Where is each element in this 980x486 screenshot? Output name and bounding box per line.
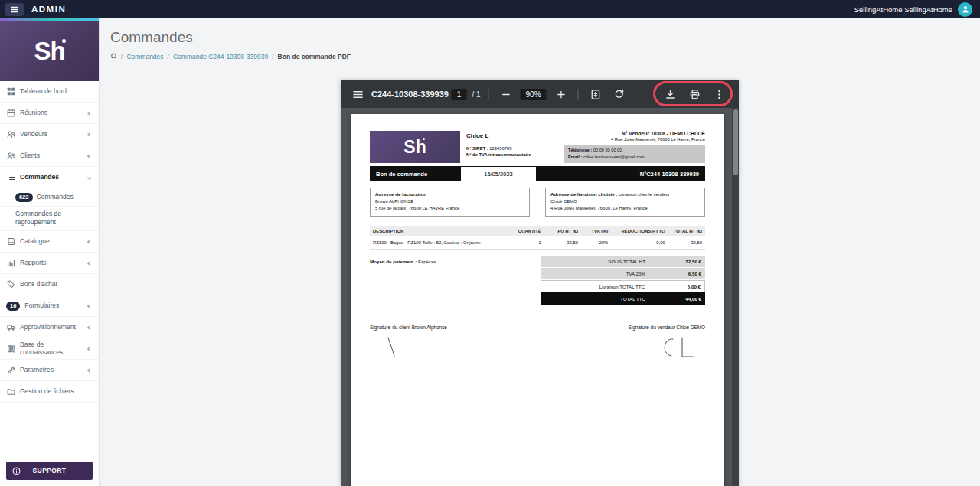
doc-type: Bon de commande xyxy=(370,166,460,181)
breadcrumb-separator: / xyxy=(121,53,122,60)
doc-number: N°C244-10308-339939 xyxy=(537,166,705,181)
support-button[interactable]: SUPPORT xyxy=(6,462,93,480)
page-number-input[interactable] xyxy=(451,89,466,100)
sidebar-item-clients[interactable]: Clients xyxy=(0,145,99,167)
sidebar-item-approvisionnement[interactable]: Approvisionnement xyxy=(0,317,99,338)
user-icon xyxy=(961,5,970,14)
item-row: RZ100 - Bague - RZ100 Taille : 52, Coule… xyxy=(370,236,705,250)
settings-wrench-icon xyxy=(6,366,15,375)
fit-page-icon xyxy=(590,89,601,100)
sidebar-item-commandes[interactable]: Commandes xyxy=(0,167,99,188)
pdf-menu-button[interactable] xyxy=(348,85,367,103)
orders-count-badge: 623 xyxy=(15,193,33,202)
home-icon[interactable] xyxy=(110,52,117,60)
main-content: Commandes / Commandes / Commande C244-10… xyxy=(100,18,980,486)
vendor-signature-label: Signature du vendeur Chloé DEMO xyxy=(628,325,705,330)
totals-table: SOUS-TOTAL HT32,50 € TVA 20%6,50 € Livra… xyxy=(541,256,705,305)
print-button[interactable] xyxy=(685,85,704,103)
sidebar-menu: Tableau de bord Réunions Vendeurs Client… xyxy=(0,81,99,455)
info-icon xyxy=(11,466,21,475)
page-title: Commandes xyxy=(110,29,980,46)
chevron-left-icon xyxy=(87,347,92,351)
rotate-icon xyxy=(613,89,625,100)
chevron-left-icon xyxy=(87,368,92,373)
sidebar-item-base-de-connaissances[interactable]: Base de connaissances xyxy=(0,338,99,360)
vendor-email: Email : chloe.lemineur+sah@gmail.com xyxy=(568,154,701,161)
sidebar-subitem-commandes[interactable]: 623 Commandes xyxy=(0,188,99,207)
invoice-logo: Sh xyxy=(370,131,460,163)
pdf-viewport[interactable]: Sh Chloe L N° SIRET : 123456789 N° de TV… xyxy=(341,108,739,486)
download-icon xyxy=(665,89,676,100)
shipping-name: Chloé DEMO xyxy=(550,198,700,205)
forms-count-badge: 16 xyxy=(6,302,20,311)
sidebar-item-vendeurs[interactable]: Vendeurs xyxy=(0,124,99,145)
seller-name: Chloe L xyxy=(466,132,560,139)
chevron-down-icon xyxy=(87,175,92,180)
subtotal-row: SOUS-TOTAL HT32,50 € xyxy=(541,256,705,268)
catalog-book-icon xyxy=(6,237,15,246)
hamburger-icon xyxy=(11,6,19,13)
sidebar-item-rapports[interactable]: Rapports xyxy=(0,253,99,274)
col-reductions: RÉDUCTIONS HT (€) xyxy=(611,226,668,236)
shipping-address: 4 Rue Jules Massenet, 76600, Le Havre, F… xyxy=(550,205,700,212)
pdf-scrollbar-thumb[interactable] xyxy=(733,109,738,175)
payment-method: Moyen de paiement : Espèces xyxy=(370,259,436,305)
zoom-in-button[interactable] xyxy=(552,85,570,103)
more-options-button[interactable] xyxy=(710,85,728,103)
chevron-left-icon xyxy=(87,132,92,137)
rotate-button[interactable] xyxy=(610,85,629,103)
seller-tva: N° de TVA intracommunautaire xyxy=(466,152,560,157)
sidebar-item-bons-achat[interactable]: Bons d'achat xyxy=(0,274,99,295)
billing-title: Adresse de facturation xyxy=(375,191,524,198)
download-button[interactable] xyxy=(661,85,679,103)
dashboard-icon xyxy=(6,87,15,96)
sidebar-toggle-button[interactable] xyxy=(5,3,24,16)
client-signature-label: Signature du client Brown Alphonse xyxy=(370,325,447,330)
sidebar: Sh Tableau de bord Réunions Vendeurs Cli… xyxy=(0,18,100,486)
client-signature-stroke xyxy=(385,336,399,357)
billing-address-box: Adresse de facturation Brown ALPHONSE 5 … xyxy=(370,188,530,217)
items-table: DESCRIPTION QUANTITÉ PU HT (€) TVA (%) R… xyxy=(370,226,705,250)
doc-date: 15/05/2023 xyxy=(460,166,537,181)
reports-chart-icon xyxy=(6,259,15,268)
sidebar-item-parametres[interactable]: Paramètres xyxy=(0,360,99,381)
sidebar-item-tableau-de-bord[interactable]: Tableau de bord xyxy=(0,81,99,103)
sidebar-item-formulaires[interactable]: 16 Formulaires xyxy=(0,295,99,317)
sidebar-item-label: Gestion de fichiers xyxy=(20,388,93,396)
minus-icon xyxy=(500,89,511,100)
logo-area[interactable]: Sh xyxy=(0,21,99,81)
vendor-contact-box: Téléphone : 00 00 00 00 00 Email : chloe… xyxy=(564,145,705,163)
logo-dot xyxy=(423,138,425,140)
sidebar-item-reunions[interactable]: Réunions xyxy=(0,103,99,124)
avatar[interactable] xyxy=(958,2,972,17)
sidebar-item-catalogue[interactable]: Catalogue xyxy=(0,231,99,253)
pdf-page-controls: / 1 90% xyxy=(451,80,628,108)
seller-identity: Chloe L N° SIRET : 123456789 N° de TVA i… xyxy=(466,131,560,163)
sidebar-item-label: Approvisionnement xyxy=(20,324,83,331)
pdf-page: Sh Chloe L N° SIRET : 123456789 N° de TV… xyxy=(351,114,724,486)
user-menu[interactable]: SellingAtHome SellingAtHome xyxy=(854,2,980,17)
zoom-out-button[interactable] xyxy=(497,85,515,103)
vendor-address: 4 Rue Jules Massenet, 76600 Le Havre, Fr… xyxy=(560,137,705,142)
sidebar-subitem-label: Commandes de regroupement xyxy=(15,210,93,226)
sidebar-subitem-label: Commandes xyxy=(37,193,74,201)
shipping-title: Adresse de livraison choisie : Livraison… xyxy=(550,191,700,198)
col-pu-ht: PU HT (€) xyxy=(544,226,581,236)
breadcrumb: / Commandes / Commande C244-10308-339939… xyxy=(110,52,980,60)
col-description: DESCRIPTION xyxy=(370,226,508,236)
zoom-level[interactable]: 90% xyxy=(521,89,547,100)
kebab-menu-icon xyxy=(714,89,725,100)
breadcrumb-commandes[interactable]: Commandes xyxy=(126,53,163,60)
breadcrumb-commande-number[interactable]: Commande C244-10308-339939 xyxy=(173,53,268,60)
sidebar-item-label: Vendeurs xyxy=(20,131,83,139)
sidebar-subitem-commandes-regroupement[interactable]: Commandes de regroupement xyxy=(0,207,99,231)
sidebar-item-label: Clients xyxy=(20,152,83,160)
sidebar-item-label: Rapports xyxy=(20,259,83,267)
vendors-users-icon xyxy=(6,130,15,139)
brand-logo: Sh xyxy=(34,37,64,66)
seller-siret: N° SIRET : 123456789 xyxy=(466,146,560,151)
sidebar-item-gestion-de-fichiers[interactable]: Gestion de fichiers xyxy=(0,381,99,403)
app-brand: ADMIN xyxy=(31,5,66,14)
breadcrumb-separator: / xyxy=(272,53,273,60)
fit-to-page-button[interactable] xyxy=(586,85,605,103)
